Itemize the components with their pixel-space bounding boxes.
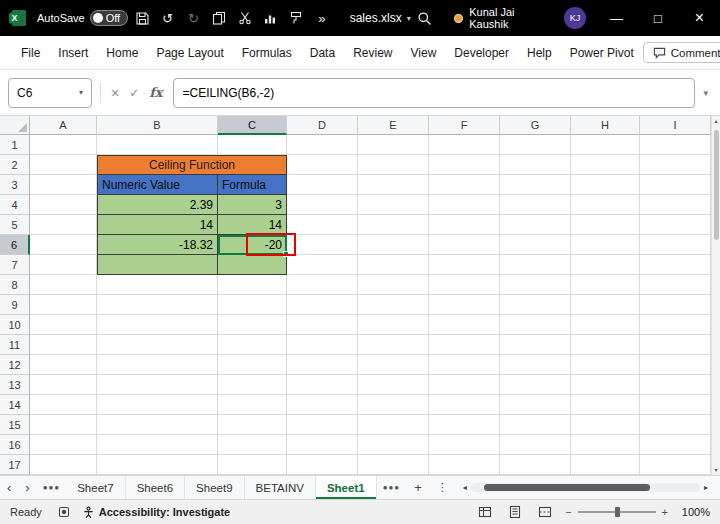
cell-C12[interactable] [218, 355, 287, 375]
menu-tab-home[interactable]: Home [97, 46, 147, 60]
cell-I13[interactable] [640, 375, 711, 395]
comments-button[interactable]: Comments [643, 42, 720, 63]
cell-G13[interactable] [500, 375, 571, 395]
cell-H13[interactable] [571, 375, 640, 395]
cell-D8[interactable] [287, 275, 358, 295]
cell-D12[interactable] [287, 355, 358, 375]
macro-record-icon[interactable] [54, 502, 74, 522]
cell-B10[interactable] [97, 315, 218, 335]
cell-B4[interactable]: 2.39 [97, 195, 218, 215]
cell-I1[interactable] [640, 135, 711, 155]
cell-B5[interactable]: 14 [97, 215, 218, 235]
cell-D13[interactable] [287, 375, 358, 395]
cell-G12[interactable] [500, 355, 571, 375]
cell-F16[interactable] [429, 435, 500, 455]
row-header-17[interactable]: 17 [0, 455, 30, 475]
column-header-A[interactable]: A [30, 116, 97, 135]
cell-E17[interactable] [358, 455, 429, 475]
cell-E15[interactable] [358, 415, 429, 435]
cell-G17[interactable] [500, 455, 571, 475]
cell-F1[interactable] [429, 135, 500, 155]
copy-icon[interactable] [207, 6, 231, 30]
cell-A16[interactable] [30, 435, 97, 455]
cell-D4[interactable] [287, 195, 358, 215]
row-header-2[interactable]: 2 [0, 155, 30, 175]
cell-B14[interactable] [97, 395, 218, 415]
cell-I16[interactable] [640, 435, 711, 455]
sheet-nav-left-icon[interactable]: ‹ [0, 480, 18, 495]
column-header-C[interactable]: C [218, 116, 287, 135]
cell-B7[interactable] [97, 255, 218, 275]
cell-I15[interactable] [640, 415, 711, 435]
cell-F9[interactable] [429, 295, 500, 315]
cell-E16[interactable] [358, 435, 429, 455]
accessibility-status[interactable]: Accessibility: Investigate [74, 506, 238, 519]
cell-H6[interactable] [571, 235, 640, 255]
vertical-scroll-thumb[interactable] [714, 130, 719, 240]
cell-A5[interactable] [30, 215, 97, 235]
sheet-tab-sheet9[interactable]: Sheet9 [185, 476, 244, 499]
cell-G10[interactable] [500, 315, 571, 335]
zoom-track[interactable] [578, 511, 656, 513]
column-header-G[interactable]: G [500, 116, 571, 135]
cell-F8[interactable] [429, 275, 500, 295]
zoom-in-icon[interactable]: + [662, 506, 668, 518]
cell-A12[interactable] [30, 355, 97, 375]
column-header-F[interactable]: F [429, 116, 500, 135]
close-button[interactable]: × [679, 0, 720, 36]
cell-B3[interactable]: Numeric Value [97, 175, 218, 195]
cell-A11[interactable] [30, 335, 97, 355]
cell-E1[interactable] [358, 135, 429, 155]
row-header-11[interactable]: 11 [0, 335, 30, 355]
chart-icon[interactable] [259, 6, 283, 30]
cell-H12[interactable] [571, 355, 640, 375]
redo-icon[interactable]: ↻ [182, 6, 206, 30]
cell-B13[interactable] [97, 375, 218, 395]
cell-E3[interactable] [358, 175, 429, 195]
cell-A15[interactable] [30, 415, 97, 435]
row-header-16[interactable]: 16 [0, 435, 30, 455]
scroll-down-icon[interactable]: ▾ [714, 465, 717, 475]
row-header-12[interactable]: 12 [0, 355, 30, 375]
column-header-H[interactable]: H [571, 116, 640, 135]
horizontal-scrollbar[interactable]: ◂ ▸ [459, 483, 712, 492]
zoom-out-icon[interactable]: − [565, 506, 571, 518]
cell-I2[interactable] [640, 155, 711, 175]
cell-G1[interactable] [500, 135, 571, 155]
cell-A3[interactable] [30, 175, 97, 195]
cell-A8[interactable] [30, 275, 97, 295]
cell-B12[interactable] [97, 355, 218, 375]
cell-E4[interactable] [358, 195, 429, 215]
menu-tab-view[interactable]: View [402, 46, 446, 60]
menu-tab-help[interactable]: Help [518, 46, 561, 60]
sheet-tab-sheet7[interactable]: Sheet7 [66, 476, 125, 499]
cell-G5[interactable] [500, 215, 571, 235]
horizontal-scroll-thumb[interactable] [484, 484, 649, 491]
cell-H16[interactable] [571, 435, 640, 455]
cell-G6[interactable] [500, 235, 571, 255]
cell-F5[interactable] [429, 215, 500, 235]
cell-D17[interactable] [287, 455, 358, 475]
menu-tab-file[interactable]: File [12, 46, 49, 60]
column-header-B[interactable]: B [97, 116, 218, 135]
cell-E10[interactable] [358, 315, 429, 335]
cell-C8[interactable] [218, 275, 287, 295]
cell-D3[interactable] [287, 175, 358, 195]
menu-tab-developer[interactable]: Developer [445, 46, 518, 60]
cut-icon[interactable] [233, 6, 257, 30]
cell-E9[interactable] [358, 295, 429, 315]
normal-view-icon[interactable] [475, 502, 495, 522]
row-header-13[interactable]: 13 [0, 375, 30, 395]
account-button[interactable]: Kunal Jai Kaushik KJ [454, 6, 586, 30]
menu-tab-page-layout[interactable]: Page Layout [147, 46, 232, 60]
cell-H5[interactable] [571, 215, 640, 235]
cell-A14[interactable] [30, 395, 97, 415]
column-header-D[interactable]: D [287, 116, 358, 135]
row-header-14[interactable]: 14 [0, 395, 30, 415]
cell-B2[interactable]: Ceiling Function [97, 155, 287, 175]
sheet-nav-right-icon[interactable]: › [18, 480, 36, 495]
cell-C13[interactable] [218, 375, 287, 395]
column-header-I[interactable]: I [640, 116, 711, 135]
scroll-left-icon[interactable]: ◂ [459, 483, 471, 492]
cell-C14[interactable] [218, 395, 287, 415]
